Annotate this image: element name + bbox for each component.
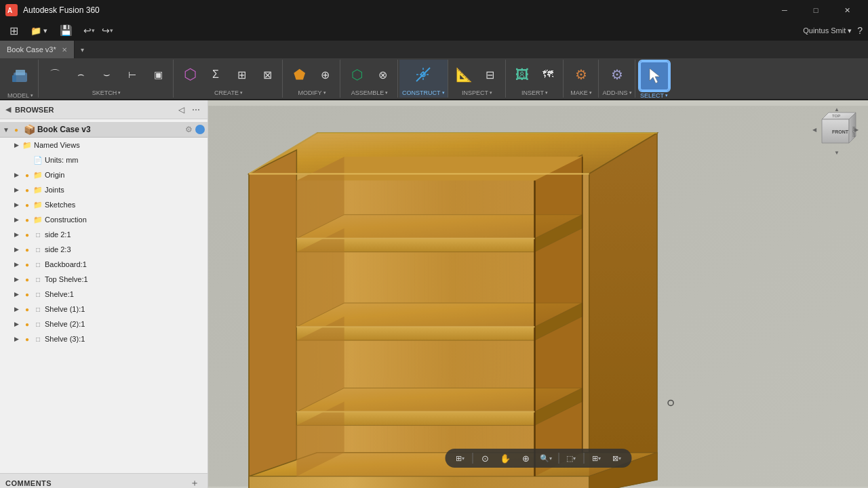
- assemble-label[interactable]: ASSEMBLE ▾: [351, 88, 389, 96]
- tree-item-side21[interactable]: ▶ ● □ side 2:1: [0, 227, 208, 242]
- modify-combine-button[interactable]: ⊕: [313, 62, 337, 87]
- tab-overflow-button[interactable]: ▾: [75, 41, 91, 58]
- document-tab[interactable]: Book Case v3* ✕: [0, 41, 75, 58]
- save-button[interactable]: 💾: [56, 23, 77, 38]
- create-label[interactable]: CREATE ▾: [214, 88, 243, 96]
- modify-button[interactable]: ⬟: [287, 62, 311, 87]
- visual-styles-button[interactable]: ⊠▾: [607, 451, 626, 466]
- tree-item-shelve11[interactable]: ▶ ● □ Shelve (1):1: [0, 302, 208, 317]
- tree-item-sketches[interactable]: ▶ ● 📁 Sketches: [0, 197, 208, 212]
- maximize-button[interactable]: □: [800, 0, 831, 20]
- construction-eye-icon[interactable]: ●: [22, 214, 33, 225]
- sketches-expander[interactable]: ▶: [11, 199, 22, 210]
- backboard1-eye-icon[interactable]: ●: [22, 259, 33, 270]
- tree-item-side23[interactable]: ▶ ● □ side 2:3: [0, 242, 208, 257]
- shelve11-expander[interactable]: ▶: [11, 304, 22, 314]
- sketch-label[interactable]: SKETCH ▾: [92, 88, 121, 96]
- tree-item-shelve31[interactable]: ▶ ● □ Shelve (3):1: [0, 331, 208, 346]
- select-button[interactable]: [639, 61, 669, 91]
- make-label[interactable]: MAKE ▾: [570, 88, 592, 96]
- browser-collapse-button[interactable]: ◀: [5, 105, 11, 114]
- sketch-arc2-button[interactable]: ⌢: [68, 62, 93, 87]
- insert-button[interactable]: 🖼: [510, 62, 534, 87]
- named-views-expander[interactable]: ▶: [11, 140, 22, 150]
- side21-expander[interactable]: ▶: [11, 229, 22, 240]
- model-button[interactable]: [5, 61, 35, 91]
- minimize-button[interactable]: ─: [769, 0, 800, 20]
- viewport[interactable]: FRONT TOP RIGHT ▲ ▼ ◀ ▶ ⊞▾ ⊙ ✋ ⊕ 🔍▾ ⬚▾ ⊞…: [208, 100, 868, 488]
- root-eye-icon[interactable]: ●: [11, 124, 22, 135]
- display-settings-button[interactable]: ⊞▾: [450, 451, 469, 466]
- close-button[interactable]: ✕: [831, 0, 863, 20]
- insert-canvas-button[interactable]: 🗺: [536, 62, 560, 87]
- create-mirror-button[interactable]: ⊠: [255, 62, 279, 87]
- create-button[interactable]: ⬡: [178, 62, 202, 87]
- browser-collapse-icon[interactable]: ◁: [175, 104, 187, 116]
- tree-root-item[interactable]: ▼ ● 📦 Book Case v3 ⚙: [0, 122, 208, 138]
- insert-label[interactable]: INSERT ▾: [521, 88, 548, 96]
- app-menu-icon[interactable]: ⊞: [5, 23, 22, 39]
- sketch-arc3-button[interactable]: ⌣: [94, 62, 119, 87]
- viewcube[interactable]: FRONT TOP RIGHT ▲ ▼ ◀ ▶: [808, 106, 863, 160]
- redo-button[interactable]: ↪▾: [99, 24, 116, 37]
- inspect-label[interactable]: INSPECT ▾: [462, 88, 492, 96]
- close-tab-button[interactable]: ✕: [62, 46, 67, 54]
- tree-item-top-shelve1[interactable]: ▶ ● □ Top Shelve:1: [0, 272, 208, 287]
- side21-eye-icon[interactable]: ●: [22, 229, 33, 240]
- inspect-button[interactable]: 📐: [452, 62, 477, 87]
- tree-item-shelve21[interactable]: ▶ ● □ Shelve (2):1: [0, 317, 208, 331]
- joints-expander[interactable]: ▶: [11, 184, 22, 195]
- origin-expander[interactable]: ▶: [11, 169, 22, 180]
- help-button[interactable]: ?: [857, 25, 863, 36]
- model-label[interactable]: MODEL ▾: [7, 91, 33, 99]
- construction-expander[interactable]: ▶: [11, 214, 22, 225]
- tree-item-backboard1[interactable]: ▶ ● □ Backboard:1: [0, 257, 208, 272]
- tree-item-shelve1[interactable]: ▶ ● □ Shelve:1: [0, 287, 208, 302]
- root-settings-icon[interactable]: ⚙: [185, 125, 193, 134]
- add-comment-button[interactable]: ＋: [190, 477, 199, 489]
- top-shelve1-eye-icon[interactable]: ●: [22, 274, 33, 285]
- side23-expander[interactable]: ▶: [11, 244, 22, 255]
- assemble-joint-button[interactable]: ⊗: [370, 62, 395, 87]
- sketch-line-button[interactable]: ⊢: [120, 62, 144, 87]
- shelve11-eye-icon[interactable]: ●: [22, 304, 33, 314]
- tree-item-joints[interactable]: ▶ ● 📁 Joints: [0, 182, 208, 197]
- origin-eye-icon[interactable]: ●: [22, 169, 33, 180]
- shelve1-expander[interactable]: ▶: [11, 289, 22, 300]
- construct-button[interactable]: [411, 62, 435, 87]
- sketch-offset-button[interactable]: ▣: [146, 62, 170, 87]
- side23-eye-icon[interactable]: ●: [22, 244, 33, 255]
- look-at-button[interactable]: ⊕: [516, 451, 535, 466]
- joints-eye-icon[interactable]: ●: [22, 184, 33, 195]
- pan-button[interactable]: ✋: [496, 451, 515, 466]
- inspect-measure-button[interactable]: ⊟: [478, 62, 502, 87]
- fit-button[interactable]: ⬚▾: [561, 451, 580, 466]
- orbit-button[interactable]: ⊙: [475, 451, 494, 466]
- file-menu[interactable]: 📁 ▾: [26, 24, 52, 37]
- tree-item-origin[interactable]: ▶ ● 📁 Origin: [0, 167, 208, 182]
- select-label[interactable]: SELECT ▾: [640, 91, 668, 99]
- tree-item-units[interactable]: ▶ 📄 Units: mm: [0, 152, 208, 167]
- top-shelve1-expander[interactable]: ▶: [11, 274, 22, 285]
- shelve21-expander[interactable]: ▶: [11, 319, 22, 329]
- browser-options-icon[interactable]: ⋯: [190, 104, 202, 116]
- create-pattern-button[interactable]: ⊞: [229, 62, 254, 87]
- grid-button[interactable]: ⊞▾: [587, 451, 606, 466]
- shelve31-eye-icon[interactable]: ●: [22, 333, 33, 344]
- sketch-arc1-button[interactable]: ⌒: [43, 62, 67, 87]
- zoom-dropdown-button[interactable]: 🔍▾: [536, 451, 555, 466]
- shelve21-eye-icon[interactable]: ●: [22, 319, 33, 329]
- comments-bar[interactable]: COMMENTS ＋: [0, 473, 208, 488]
- assemble-button[interactable]: ⬡: [344, 62, 369, 87]
- tree-item-named-views[interactable]: ▶ 📁 Named Views: [0, 138, 208, 152]
- backboard1-expander[interactable]: ▶: [11, 259, 22, 270]
- make-button[interactable]: ⚙: [569, 62, 593, 87]
- addins-button[interactable]: ⚙: [605, 62, 629, 87]
- tree-item-construction[interactable]: ▶ ● 📁 Construction: [0, 212, 208, 227]
- user-menu[interactable]: Quintus Smit ▾: [803, 26, 852, 35]
- addins-label[interactable]: ADD-INS ▾: [603, 88, 632, 96]
- modify-label[interactable]: MODIFY ▾: [298, 88, 326, 96]
- create-extrude-button[interactable]: Σ: [203, 62, 228, 87]
- undo-button[interactable]: ↩▾: [81, 24, 98, 37]
- shelve31-expander[interactable]: ▶: [11, 333, 22, 344]
